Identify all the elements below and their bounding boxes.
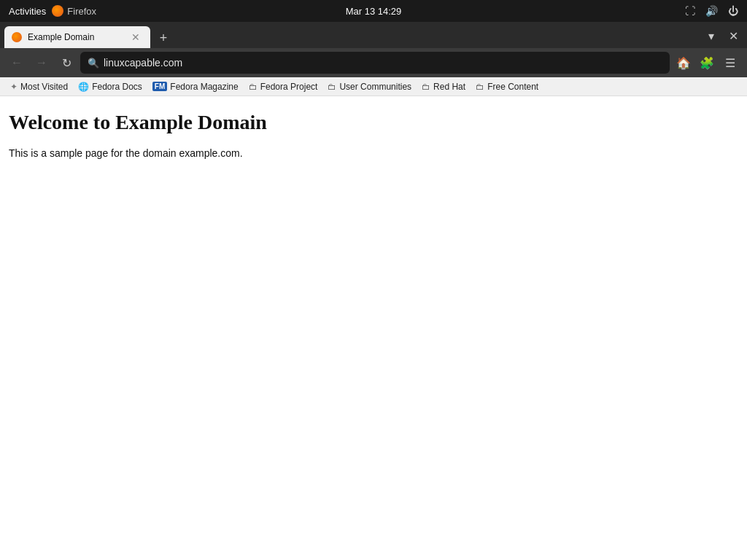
bookmark-user-communities[interactable]: 🗀 User Communities <box>323 80 416 93</box>
power-icon[interactable]: ⏻ <box>728 5 738 17</box>
bookmark-most-visited[interactable]: ✦ Most Visited <box>6 80 72 93</box>
bookmark-fedora-magazine[interactable]: FM Fedora Magazine <box>148 80 243 93</box>
volume-icon[interactable]: 🔊 <box>705 5 718 17</box>
bookmark-red-hat[interactable]: 🗀 Red Hat <box>417 80 470 93</box>
firefox-label: Firefox <box>67 6 96 17</box>
bookmark-fedora-docs[interactable]: 🌐 Fedora Docs <box>74 80 147 93</box>
page-heading: Welcome to Example Domain <box>9 111 738 134</box>
tab-dropdown-button[interactable]: ▾ <box>702 26 721 45</box>
page-body: This is a sample page for the domain exa… <box>9 146 738 161</box>
back-button[interactable]: ← <box>6 52 28 74</box>
folder-icon: 🗀 <box>328 82 336 92</box>
bookmark-label: Red Hat <box>433 82 465 92</box>
new-tab-button[interactable]: + <box>153 28 174 48</box>
nav-bar: ← → ↻ 🔍 🏠 🧩 ☰ <box>0 48 747 77</box>
reload-button[interactable]: ↻ <box>55 52 77 74</box>
pocket-button[interactable]: 🏠 <box>673 52 694 74</box>
firefox-icon <box>52 5 63 17</box>
bookmark-free-content[interactable]: 🗀 Free Content <box>471 80 543 93</box>
forward-button[interactable]: → <box>31 52 53 74</box>
bookmark-label: Fedora Magazine <box>170 82 238 92</box>
tab-bar: Example Domain ✕ + ▾ ✕ <box>0 22 747 48</box>
folder-icon: 🗀 <box>476 82 484 92</box>
page-content: Welcome to Example Domain This is a samp… <box>0 96 747 559</box>
tab-example-domain[interactable]: Example Domain ✕ <box>4 26 150 48</box>
close-window-button[interactable]: ✕ <box>724 26 743 45</box>
menu-button[interactable]: ☰ <box>719 52 741 74</box>
bookmark-label: Fedora Docs <box>92 82 142 92</box>
system-datetime: Mar 13 14:29 <box>346 6 402 17</box>
tab-close-button[interactable]: ✕ <box>128 31 143 44</box>
bookmark-fedora-project[interactable]: 🗀 Fedora Project <box>244 80 322 93</box>
bookmark-label: Most Visited <box>20 82 68 92</box>
gear-icon: ✦ <box>10 82 18 92</box>
bookmark-label: Free Content <box>487 82 538 92</box>
tab-favicon <box>12 32 22 42</box>
folder-icon: 🗀 <box>249 82 258 92</box>
bookmark-label: Fedora Project <box>260 82 318 92</box>
bookmarks-bar: ✦ Most Visited 🌐 Fedora Docs FM Fedora M… <box>0 77 747 96</box>
network-icon[interactable]: ⛶ <box>685 5 695 17</box>
system-bar: Activities Firefox Mar 13 14:29 ⛶ 🔊 ⏻ <box>0 0 747 22</box>
globe-icon: 🌐 <box>78 82 89 92</box>
extensions-button[interactable]: 🧩 <box>696 52 718 74</box>
tab-title: Example Domain <box>28 32 123 42</box>
address-bar[interactable] <box>104 57 662 69</box>
activities-button[interactable]: Activities <box>9 6 46 17</box>
fm-icon: FM <box>152 82 167 91</box>
address-bar-container[interactable]: 🔍 <box>80 52 670 74</box>
nav-right-buttons: 🏠 🧩 ☰ <box>673 52 741 74</box>
search-icon: 🔍 <box>88 58 99 69</box>
folder-icon: 🗀 <box>422 82 430 92</box>
bookmark-label: User Communities <box>339 82 411 92</box>
system-tray: ⛶ 🔊 ⏻ <box>685 5 738 17</box>
firefox-indicator: Firefox <box>52 5 96 17</box>
